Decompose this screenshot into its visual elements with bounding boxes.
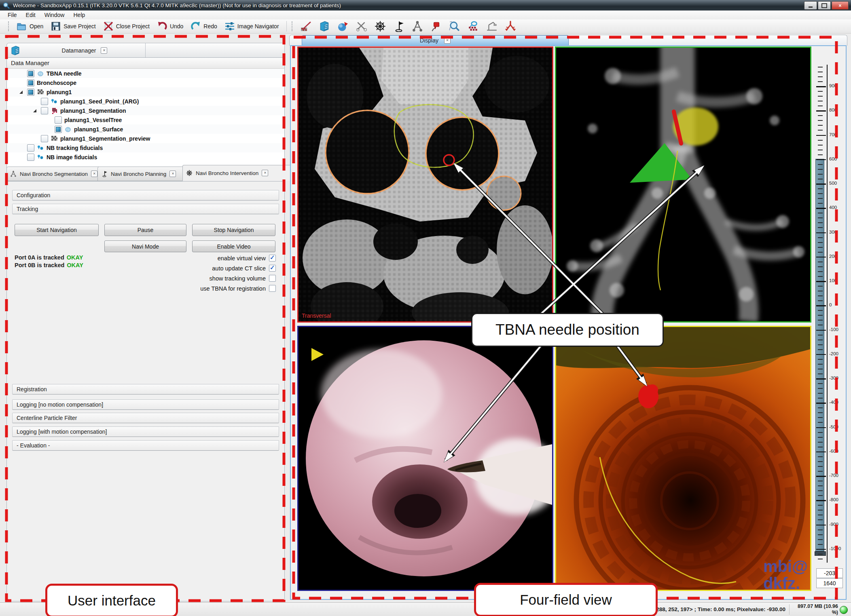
section-header-registration[interactable]: Registration [12,384,279,394]
caliper-icon [10,171,17,177]
visibility-checkbox[interactable] [55,116,62,124]
toolbar-button-keyboard-lasso[interactable] [464,19,482,33]
maximize-button[interactable] [818,1,831,10]
option-checkbox[interactable] [269,255,276,262]
menu-item-file[interactable]: File [3,11,21,19]
tab-close-icon[interactable] [169,171,176,177]
three-d-tree-view[interactable] [555,46,811,323]
toolbar-button-open[interactable]: Open [13,20,47,33]
option-checkbox[interactable] [269,265,276,272]
toolbar-button-flag-pole[interactable] [390,19,408,33]
toolbar-button-file-cabinet[interactable] [315,19,333,33]
measurement-ruler-icon [300,21,311,32]
option-use-tbna-for-registration[interactable]: use TBNA for registration [121,283,276,293]
tree-item-planung1-segmentation[interactable]: planung1_Segmentation [7,106,284,115]
ruler-tick [818,369,823,369]
menu-item-edit[interactable]: Edit [21,11,40,19]
tab-close-icon[interactable] [91,171,97,177]
option-enable-virtual-view[interactable]: enable virtual view [121,253,276,263]
ruler-tick [818,519,823,520]
button-stop-navigation[interactable]: Stop Navigation [192,224,275,236]
ruler-tick [818,422,823,423]
close-button[interactable]: × [832,1,849,10]
ruler-tick-label: 900 [829,83,837,88]
visibility-checkbox[interactable] [27,70,34,77]
toolbar-button-bronchial-tree[interactable] [502,19,519,33]
tree-item-nb-image-fiducials[interactable]: NB image fiducials [7,152,284,162]
level-value-box[interactable]: -203 [816,568,843,578]
tree-item-planung1-seed-point-arg[interactable]: planung1_Seed_Point_(ARG) [7,97,284,106]
tree-item-planung1-vesseltree[interactable]: planung1_VesselTree [7,115,284,124]
tree-item-bronchoscope[interactable]: Bronchoscope [7,78,284,87]
display-close-icon[interactable] [444,37,451,44]
port-status-line: Port 0A is trackedOKAY [15,254,128,262]
button-navi-mode[interactable]: Navi Mode [104,240,186,252]
window-title: Welcome - SandboxApp 0.15.1 (ITK 3.20.0 … [13,2,341,8]
section-header-centerline-particle-filter[interactable]: Centerline Particle Filter [12,413,279,423]
ct-transversal-view[interactable]: Transversal [297,46,553,323]
toolbar-drag-handle[interactable] [8,21,10,31]
tree-item-planung1[interactable]: planung1 [7,87,284,97]
toolbar-button-redo[interactable]: Redo [187,20,220,33]
expander-icon[interactable] [18,89,25,95]
option-show-tracking-volume[interactable]: show tracking volume [121,273,276,283]
visibility-checkbox[interactable] [27,79,34,86]
toolbar-button-scissors[interactable] [353,19,370,33]
toolbar-button-pushpin[interactable] [427,19,445,33]
section-header-tracking[interactable]: Tracking [12,204,279,214]
visibility-checkbox[interactable] [41,107,48,114]
tree-item-nb-tracking-fiducials[interactable]: NB tracking fiducials [7,143,284,152]
toolbar-button-close-project[interactable]: Close Project [100,20,153,33]
toolbar-button-volume-sphere[interactable] [334,19,352,33]
bronchoscope-video-view[interactable] [297,326,553,591]
ruler-tick [816,208,826,209]
tab-navi-broncho-segmentation[interactable]: Navi Broncho Segmentation [6,167,104,181]
visibility-checkbox[interactable] [27,89,34,96]
tab-navi-broncho-planning[interactable]: Navi Broncho Planning [97,167,188,181]
button-start-navigation[interactable]: Start Navigation [15,224,99,236]
datamanager-tab[interactable]: Datamanager [24,43,146,58]
option-auto-update-ct-slice[interactable]: auto update CT slice [121,263,276,273]
ruler-tick [818,544,823,545]
button-enable-video[interactable]: Enable Video [192,240,275,252]
option-checkbox[interactable] [269,275,276,282]
visibility-checkbox[interactable] [27,144,34,152]
menu-item-window[interactable]: Window [40,11,69,19]
visibility-checkbox[interactable] [27,154,34,161]
toolbar-button-undo[interactable]: Undo [154,20,186,33]
section-header-logging-with-motion-compensation[interactable]: Logging [with motion compensation] [12,426,279,437]
visibility-checkbox[interactable] [41,98,48,105]
toolbar-drag-handle-2[interactable] [292,21,294,31]
ruler-tick [818,164,823,165]
window-value-box[interactable]: 1640 [816,578,843,588]
ruler-tick [818,179,823,179]
tree-item-planung1-segmentation-preview[interactable]: planung1_Segmentation_preview [7,134,284,143]
expander-icon[interactable] [32,108,38,114]
toolbar-button-ship-wheel[interactable] [371,19,389,33]
tab-navi-broncho-intervention[interactable]: Navi Broncho Intervention [182,165,291,181]
tree-item-planung1-surface[interactable]: planung1_Surface [7,124,284,134]
tab-close-icon[interactable] [262,170,268,176]
ruler-tick [818,67,823,68]
button-pause[interactable]: Pause [104,224,186,236]
visibility-checkbox[interactable] [41,135,48,142]
toolbar-button-magnifier[interactable] [446,19,464,33]
visibility-checkbox[interactable] [55,126,62,133]
toolbar-button-save-project[interactable]: Save Project [47,20,99,33]
section-header-logging-no-motion-compensation[interactable]: Logging [no motion compensation] [12,399,279,410]
tree-item-tbna-needle[interactable]: TBNA needle [7,69,284,78]
toolbar-button-caliper[interactable] [409,19,426,33]
section-header-configuration[interactable]: Configuration [12,190,279,200]
ruler-tick [818,510,823,511]
toolbar-button-crane-table[interactable] [483,19,501,33]
minimize-button[interactable] [804,1,817,10]
toolbar-button-measurement-ruler[interactable] [297,19,315,33]
option-checkbox[interactable] [269,285,276,292]
display-tab[interactable]: Display [302,35,569,46]
datamanager-close-icon[interactable] [101,47,107,54]
section-header-evaluation[interactable]: - Evaluation - [12,440,279,451]
toolbar-button-image-navigator[interactable]: Image Navigator [221,20,282,33]
ruler-tick-label: 0 [829,302,832,307]
menu-item-help[interactable]: Help [69,11,89,19]
virtual-endoscopy-view[interactable]: mbi@ dkfz. [555,326,811,591]
